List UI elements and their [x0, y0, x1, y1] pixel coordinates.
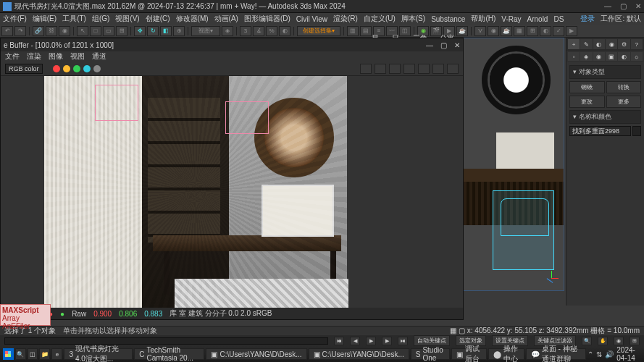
menu-customize[interactable]: 自定义(U) [364, 14, 396, 24]
dot-gray[interactable] [93, 65, 101, 72]
link-button[interactable]: 🔗 [33, 26, 44, 36]
taskbar-task[interactable]: ⬤操作中心 [488, 348, 524, 360]
taskbar-task[interactable]: CTechSmith Camtasia 20... [134, 348, 204, 360]
taskbar-task[interactable]: ▣C:\Users\YANG\D\Desk... [206, 348, 306, 360]
taskbar-task[interactable]: ▣C:\Users\YANG\D\Desk... [309, 348, 409, 360]
objtype-btn4[interactable]: 更多 [606, 96, 642, 108]
render-region-1[interactable] [95, 85, 138, 121]
taskbar-search[interactable]: 🔍 [15, 348, 26, 360]
play-button[interactable]: ▶ [366, 337, 376, 345]
menu-script[interactable]: 脚本(S) [401, 14, 425, 24]
time-slider[interactable] [4, 337, 328, 345]
rbuf-trackmouse[interactable] [375, 64, 386, 74]
gizmo-z-axis[interactable] [547, 278, 553, 283]
taskbar-task[interactable]: 3现代书房灯光4.0渲大图... [64, 348, 133, 360]
prev-frame[interactable]: ◀ [350, 337, 360, 345]
tray-sound-icon[interactable]: 🔊 [605, 350, 614, 358]
rbuf-menu-image[interactable]: 图像 [49, 51, 63, 62]
objtype-btn1[interactable]: 钢镜 [569, 81, 605, 93]
viewport-chair-selected[interactable] [493, 190, 554, 270]
mirror-button[interactable]: ▥ [347, 26, 359, 36]
render-buffer-titlebar[interactable]: e Buffer - [100.0% of 1201 x 1000] — ▢ ✕ [1, 38, 463, 51]
menu-render[interactable]: 渲染(R) [333, 14, 358, 24]
sub-cameras[interactable]: ▣ [606, 52, 617, 61]
tab-hierarchy[interactable]: ◐ [593, 39, 605, 49]
objtype-btn3[interactable]: 更改 [569, 96, 605, 108]
sub-shapes[interactable]: ◈ [580, 52, 592, 61]
taskbar-task[interactable]: SStudio One [411, 348, 450, 360]
login-link[interactable]: 登录 [580, 14, 595, 24]
goto-end[interactable]: ⏭ [398, 337, 408, 345]
tab-display[interactable]: ⚙ [618, 39, 630, 49]
redo-button[interactable]: ↷ [14, 26, 26, 36]
render-region-2[interactable] [225, 101, 269, 134]
window-crossing-button[interactable]: ⊞ [116, 26, 127, 36]
pivot-button[interactable]: ◈ [222, 26, 233, 36]
menu-group[interactable]: 组(G) [92, 14, 109, 24]
named-selection[interactable]: 创建选择集▾ [297, 26, 340, 36]
snap-toggle[interactable]: 3 [240, 26, 251, 36]
close-button[interactable]: ✕ [635, 2, 641, 10]
gizmo-x-axis[interactable] [551, 278, 559, 279]
rbuf-save[interactable] [403, 64, 415, 74]
bind-button[interactable]: ◉ [59, 26, 70, 36]
menu-view[interactable]: 视图(V) [115, 14, 139, 24]
render-buffer-viewport[interactable] [1, 76, 463, 308]
vray-tb1[interactable]: V [474, 26, 486, 36]
gizmo-y-axis[interactable] [551, 271, 552, 278]
rotate-button[interactable]: ↻ [147, 26, 159, 36]
tray-more[interactable]: ⌃ [587, 350, 593, 358]
objtype-btn2[interactable]: 转换 [606, 81, 642, 93]
taskbar-edge[interactable]: e [51, 348, 62, 360]
placement-button[interactable]: ⊕ [173, 26, 185, 36]
dot-yellow[interactable] [63, 65, 70, 72]
rbuf-close[interactable]: ✕ [454, 41, 460, 49]
object-name-input[interactable] [569, 126, 631, 136]
menu-ds[interactable]: DS [553, 15, 564, 23]
vray-tb4[interactable]: ▦ [514, 26, 525, 36]
maxscript-listener[interactable]: MAXScript Array AnEFiler [0, 304, 51, 326]
menu-edit[interactable]: 编辑(E) [33, 14, 57, 24]
align-button[interactable]: ▤ [360, 26, 372, 36]
start-button[interactable] [3, 348, 14, 360]
vray-tb7[interactable]: ✓ [553, 26, 564, 36]
rbuf-minimize[interactable]: — [426, 41, 433, 49]
tab-motion[interactable]: ◉ [606, 39, 617, 49]
menu-substance[interactable]: Substance [431, 15, 465, 23]
taskbar-task[interactable]: 💬桌面 - 神秘通道群聊 [526, 348, 587, 360]
menu-arnold[interactable]: Arnold [527, 15, 548, 23]
sub-space[interactable]: ☼ [631, 52, 643, 61]
menu-graph[interactable]: 图形编辑器(D) [244, 14, 290, 24]
scale-button[interactable]: ◧ [160, 26, 172, 36]
rbuf-maximize[interactable]: ▢ [440, 41, 447, 49]
taskbar-taskview[interactable]: ◫ [28, 348, 38, 360]
angle-snap[interactable]: ∡ [253, 26, 264, 36]
next-frame[interactable]: ▶ [382, 337, 392, 345]
vray-tb3[interactable]: ☕ [501, 26, 512, 36]
menu-help[interactable]: 帮助(H) [471, 14, 495, 24]
move-button[interactable]: ✥ [134, 26, 146, 36]
dot-green[interactable] [73, 65, 80, 72]
rbuf-render[interactable] [447, 64, 459, 74]
vray-tb6[interactable]: ◐ [540, 26, 551, 36]
menu-create[interactable]: 创建(C) [146, 14, 170, 24]
select-name-button[interactable]: □ [90, 26, 101, 36]
menu-animation[interactable]: 动画(A) [214, 14, 238, 24]
rbuf-stop[interactable] [432, 64, 444, 74]
nav-pan[interactable]: ✋ [598, 337, 608, 345]
maximize-button[interactable]: ▢ [620, 2, 627, 10]
undo-button[interactable]: ↶ [1, 26, 13, 36]
vray-tb2[interactable]: ◉ [488, 26, 499, 36]
rbuf-compare[interactable] [389, 64, 401, 74]
sub-geometry[interactable]: ▫ [568, 52, 580, 61]
nav-zoom[interactable]: 🔍 [582, 337, 592, 345]
raw-toggle[interactable]: Raw [72, 310, 86, 318]
menu-tools[interactable]: 工具(T) [62, 14, 86, 24]
vray-tb5[interactable]: ⊞ [527, 26, 538, 36]
autokey-button[interactable]: 自动关键点 [414, 335, 450, 346]
sub-lights[interactable]: ◉ [593, 52, 605, 61]
sub-helpers[interactable]: ◐ [618, 52, 630, 61]
rbuf-region[interactable] [360, 64, 372, 74]
taskbar-task[interactable]: ▣调试后台 [451, 348, 487, 360]
tab-modify[interactable]: ✎ [580, 39, 592, 49]
